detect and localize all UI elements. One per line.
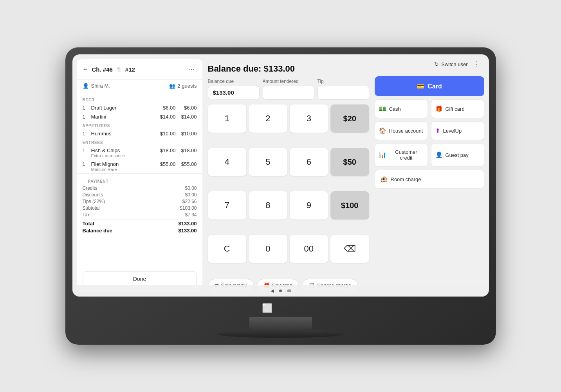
nav-back-arrow[interactable]: ◀: [271, 288, 274, 293]
numpad-0[interactable]: 0: [249, 235, 287, 263]
subtotal-value: $103.00: [180, 205, 197, 211]
numpad-1[interactable]: 1: [208, 104, 247, 133]
numpad-backspace[interactable]: ⌫: [330, 235, 369, 263]
gift-card-icon: 🎁: [435, 105, 443, 112]
levelup-icon: ⬆: [435, 127, 440, 134]
payment-summary: PAYMENT Credits $0.00 Discounts $0.00 Ti…: [77, 173, 202, 237]
amount-tendered-label: Amount tendered: [263, 79, 314, 84]
brand-area: ⬜ toast: [262, 299, 299, 316]
item-price: $55.00: [158, 161, 176, 167]
numpad-00[interactable]: 00: [290, 235, 328, 263]
main-layout: ← Ch. #46 🍴 #12 ⋯ 👤 Shira M.: [72, 54, 489, 297]
nav-dot: [287, 290, 291, 292]
total-label: Total: [83, 221, 94, 227]
item-total: $55.00: [179, 161, 197, 167]
screen-bezel: ↻ Switch user ⋮ ← Ch. #46 🍴 #12: [72, 54, 489, 297]
gift-card-payment-button[interactable]: 🎁 Gift card: [431, 99, 484, 118]
house-account-label: House account: [389, 128, 423, 134]
tip-input-group: Tip: [317, 79, 369, 100]
balance-title: Balance due: $133.00: [208, 64, 369, 74]
order-subheader: 👤 Shira M. 👥 2 guests: [77, 80, 202, 92]
stand-neck: [249, 317, 312, 329]
numpad-preset-100[interactable]: $100: [330, 191, 369, 219]
payment-grid: 💵 Cash 🎁 Gift card 🏠 House account: [375, 99, 484, 167]
item-name: Fish & Chips: [91, 147, 155, 153]
card-icon: 💳: [417, 83, 424, 90]
done-button[interactable]: Done: [83, 272, 197, 286]
room-charge-label: Room charge: [391, 176, 421, 182]
guest-pay-payment-button[interactable]: 👤 Guest pay: [431, 143, 484, 167]
table-number: #12: [125, 66, 135, 73]
balance-due-input[interactable]: $133.00: [208, 86, 260, 99]
numpad-7[interactable]: 7: [208, 191, 247, 219]
levelup-payment-button[interactable]: ⬆ LevelUp: [431, 121, 484, 140]
brand-text: toast: [276, 302, 299, 314]
screen: ↻ Switch user ⋮ ← Ch. #46 🍴 #12: [72, 54, 489, 297]
payment-row-tips: Tips (22%) $22.66: [83, 198, 197, 205]
amount-tendered-input[interactable]: [263, 86, 314, 100]
order-panel: ← Ch. #46 🍴 #12 ⋯ 👤 Shira M.: [77, 59, 202, 292]
tip-input[interactable]: [317, 86, 369, 100]
item-name: Filet Mignon: [91, 161, 155, 167]
input-row: Balance due $133.00 Amount tendered Tip: [208, 79, 369, 100]
gift-card-label: Gift card: [446, 106, 465, 112]
order-more-button[interactable]: ⋯: [186, 64, 197, 75]
subtotal-label: Subtotal: [83, 205, 100, 211]
numpad-panel: Balance due: $133.00 Balance due $133.00…: [208, 59, 369, 292]
balance-due-value: $133.00: [179, 228, 197, 234]
list-item: 1 Hummus $10.00 $10.00: [77, 129, 202, 138]
item-total: $14.00: [179, 114, 197, 120]
numpad-4[interactable]: 4: [208, 148, 247, 176]
discounts-value: $0.00: [185, 192, 197, 198]
tax-value: $7.34: [185, 212, 197, 218]
numpad-preset-20[interactable]: $20: [330, 104, 369, 133]
numpad-8[interactable]: 8: [249, 191, 287, 219]
cash-icon: 💵: [379, 105, 386, 112]
numpad-9[interactable]: 9: [290, 191, 328, 219]
item-price: $14.00: [158, 114, 176, 120]
card-payment-button[interactable]: 💳 Card: [375, 76, 484, 96]
item-details: Hummus: [91, 131, 155, 137]
list-item: 1 Martini $14.00 $14.00: [77, 112, 202, 121]
card-label: Card: [428, 83, 442, 90]
guests-info: 👥 2 guests: [169, 83, 197, 89]
guests-icon: 👥: [169, 83, 175, 89]
item-modifier: Extra tartar sauce: [91, 153, 155, 158]
house-account-payment-button[interactable]: 🏠 House account: [375, 121, 428, 140]
guests-count: 2 guests: [177, 83, 197, 89]
item-total: $10.00: [179, 131, 197, 137]
room-charge-payment-button[interactable]: 🏨 Room charge: [375, 170, 484, 189]
discounts-label: Discounts: [83, 192, 103, 198]
amount-tendered-input-group: Amount tendered: [263, 79, 314, 100]
payment-row-credits: Credits $0.00: [83, 185, 197, 191]
numpad-clear[interactable]: C: [208, 235, 247, 263]
item-details: Fish & Chips Extra tartar sauce: [91, 147, 155, 158]
customer-credit-icon: 📊: [379, 151, 386, 158]
cash-payment-button[interactable]: 💵 Cash: [375, 99, 428, 118]
levelup-label: LevelUp: [443, 128, 462, 134]
room-charge-icon: 🏨: [381, 176, 388, 183]
tips-value: $22.66: [182, 199, 197, 204]
nav-bar: ◀: [72, 285, 489, 297]
credits-label: Credits: [83, 185, 97, 191]
numpad-preset-50[interactable]: $50: [330, 148, 369, 176]
item-details: Martini: [91, 114, 155, 120]
switch-user-button[interactable]: ↻ Switch user: [434, 61, 467, 67]
numpad-6[interactable]: 6: [290, 148, 328, 176]
item-total: $18.00: [179, 147, 197, 153]
numpad-3[interactable]: 3: [290, 104, 328, 133]
payment-panel: 💳 Card 💵 Cash 🎁 Gift card 🏠: [375, 59, 484, 292]
credits-value: $0.00: [185, 185, 197, 191]
section-appetizers-label: APPETIZERS: [77, 121, 202, 129]
customer-credit-payment-button[interactable]: 📊 Customer credit: [375, 143, 428, 167]
guest-pay-icon: 👤: [435, 151, 443, 158]
payment-row-total: Total $133.00: [83, 219, 197, 227]
numpad-5[interactable]: 5: [249, 148, 287, 176]
more-options-button[interactable]: ⋮: [471, 59, 483, 69]
server-name: Shira M.: [91, 83, 110, 89]
numpad-2[interactable]: 2: [249, 104, 287, 133]
list-item: 1 Fish & Chips Extra tartar sauce $18.00…: [77, 146, 202, 160]
balance-due-input-group: Balance due $133.00: [208, 79, 260, 100]
item-name: Martini: [91, 114, 155, 120]
brand-icon: ⬜: [262, 303, 272, 313]
